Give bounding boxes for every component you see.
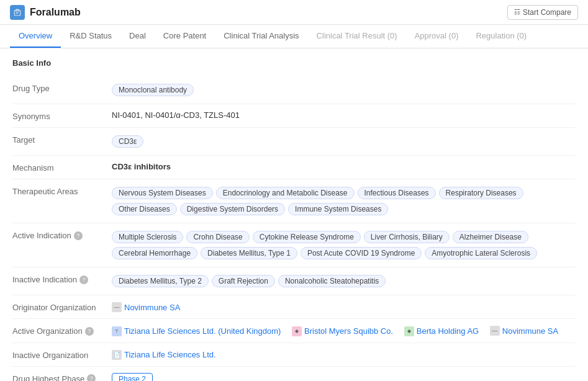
phase-tag: Phase 2 [112, 373, 153, 382]
tag-nervous-system: Nervous System Diseases [112, 187, 213, 199]
start-compare-button[interactable]: ☷ Start Compare [507, 5, 578, 20]
section-title: Basic Info [12, 58, 576, 68]
tag-diabetes-type2: Diabetes Mellitus, Type 2 [112, 275, 209, 287]
tab-rd-status[interactable]: R&D Status [61, 25, 120, 48]
inactive-org-label: Inactive Organization [12, 349, 112, 360]
org-link-tiziana-inactive[interactable]: Tiziana Life Sciences Ltd. [124, 350, 216, 359]
originator-org-row: Originator Organization — Novimmune SA [12, 295, 576, 319]
mechanism-label: Mechanism [12, 162, 112, 173]
originator-org-label: Originator Organization [12, 302, 112, 312]
inactive-org-row: Inactive Organization 📄 Tiziana Life Sci… [12, 343, 576, 367]
tag-alzheimer: Alzheimer Disease [453, 231, 528, 243]
tab-overview[interactable]: Overview [10, 25, 61, 48]
org-link-bms[interactable]: Bristol Myers Squibb Co. [304, 326, 393, 336]
drug-name: Foralumab [30, 7, 81, 18]
drug-type-row: Drug Type Monoclonal antibody [12, 76, 576, 104]
drug-highest-phase-row: Drug Highest Phase ? Phase 2 [12, 367, 576, 382]
synonyms-row: Synonyms NI-0401, NI-0401/α-CD3, TZLS-40… [12, 104, 576, 128]
drug-type-value: Monoclonal antibody [112, 83, 576, 97]
org-link-novimmune[interactable]: Novimmune SA [502, 326, 558, 336]
tab-clinical-trial-analysis[interactable]: Clinical Trial Analysis [215, 25, 307, 48]
synonyms-label: Synonyms [12, 110, 112, 121]
active-indication-tags: Multiple Sclerosis Crohn Disease Cytokin… [112, 230, 576, 261]
org-tiziana-inactive: 📄 Tiziana Life Sciences Ltd. [112, 350, 216, 360]
tab-approval: Approval (0) [406, 25, 468, 48]
tag-immune: Immune System Diseases [288, 203, 388, 215]
drug-highest-phase-label: Drug Highest Phase ? [12, 373, 112, 382]
synonyms-value: NI-0401, NI-0401/α-CD3, TZLS-401 [112, 110, 576, 120]
nav-tabs: Overview R&D Status Deal Core Patent Cli… [0, 25, 588, 48]
org-tiziana-active: T Tiziana Life Sciences Ltd. (United Kin… [112, 326, 281, 336]
org-icon-tiziana-inactive: 📄 [112, 350, 122, 360]
tab-deal[interactable]: Deal [120, 25, 155, 48]
org-bms: ◆ Bristol Myers Squibb Co. [292, 326, 393, 336]
mechanism-row: Mechanism CD3ε inhibitors [12, 156, 576, 179]
target-label: Target [12, 134, 112, 145]
tag-graft-rejection: Graft Rejection [212, 275, 275, 287]
org-icon-bms: ◆ [292, 326, 302, 336]
org-icon-dash: — [112, 302, 122, 312]
drug-icon [10, 5, 25, 20]
active-indication-label: Active Indication ? [12, 230, 112, 240]
compare-icon: ☷ [514, 8, 520, 16]
tag-diabetes-type1: Diabetes Mellitus, Type 1 [201, 247, 297, 259]
active-org-row: Active Organization ? T Tiziana Life Sci… [12, 319, 576, 343]
tag-respiratory: Respiratory Diseases [439, 187, 523, 199]
target-value: CD3ε [112, 134, 576, 149]
tag-multiple-sclerosis: Multiple Sclerosis [112, 231, 183, 243]
active-org-help-icon[interactable]: ? [85, 327, 94, 336]
org-link-berta[interactable]: Berta Holding AG [417, 326, 479, 336]
inactive-indication-row: Inactive Indication ? Diabetes Mellitus,… [12, 267, 576, 295]
active-org-value: T Tiziana Life Sciences Ltd. (United Kin… [112, 325, 576, 336]
drug-type-label: Drug Type [12, 83, 112, 93]
tag-digestive: Digestive System Disorders [180, 203, 285, 215]
tag-cytokine-release: Cytokine Release Syndrome [253, 231, 361, 243]
org-icon-tiziana: T [112, 326, 122, 336]
header: Foralumab ☷ Start Compare [0, 0, 588, 25]
active-org-label: Active Organization ? [12, 325, 112, 336]
content-area: Basic Info Drug Type Monoclonal antibody… [0, 48, 588, 381]
tag-infectious: Infectious Diseases [358, 187, 436, 199]
tab-core-patent[interactable]: Core Patent [155, 25, 215, 48]
active-indication-help-icon[interactable]: ? [74, 231, 83, 240]
inactive-org-value: 📄 Tiziana Life Sciences Ltd. [112, 349, 576, 360]
org-berta: ◆ Berta Holding AG [404, 326, 479, 336]
tag-endocrinology: Endocrinology and Metabolic Disease [216, 187, 355, 199]
target-tag: CD3ε [112, 135, 143, 148]
therapeutic-areas-label: Therapeutic Areas [12, 186, 112, 196]
tag-other-diseases: Other Diseases [112, 203, 177, 215]
start-compare-label: Start Compare [523, 8, 571, 17]
org-icon-novimmune: — [490, 326, 500, 336]
tag-nash: Nonalcoholic Steatohepatitis [278, 275, 386, 287]
tag-cerebral-hemorrhage: Cerebral Hemorrhage [112, 247, 197, 259]
org-novimmune-active: — Novimmune SA [490, 326, 558, 336]
drug-highest-phase-value: Phase 2 [112, 373, 576, 382]
tag-als: Amyotrophic Lateral Sclerosis [425, 247, 537, 259]
tab-regulation: Regulation (0) [467, 25, 535, 48]
org-icon-berta: ◆ [404, 326, 414, 336]
drug-phase-help-icon[interactable]: ? [87, 374, 96, 381]
tag-crohn-disease: Crohn Disease [186, 231, 249, 243]
org-link-novimmune-orig[interactable]: Novimmune SA [124, 303, 180, 312]
target-row: Target CD3ε [12, 128, 576, 156]
inactive-indication-help-icon[interactable]: ? [79, 276, 88, 284]
header-left: Foralumab [10, 5, 81, 20]
org-novimmune-orig: — Novimmune SA [112, 302, 180, 312]
inactive-indication-label: Inactive Indication ? [12, 274, 112, 284]
tab-clinical-trial-result: Clinical Trial Result (0) [308, 25, 406, 48]
mechanism-value: CD3ε inhibitors [112, 162, 576, 171]
active-indication-row: Active Indication ? Multiple Sclerosis C… [12, 223, 576, 267]
drug-type-tag: Monoclonal antibody [112, 84, 194, 96]
tag-post-covid: Post Acute COVID 19 Syndrome [301, 247, 422, 259]
therapeutic-areas-row: Therapeutic Areas Nervous System Disease… [12, 179, 576, 223]
org-link-tiziana[interactable]: Tiziana Life Sciences Ltd. (United Kingd… [124, 326, 281, 336]
originator-org-value: — Novimmune SA [112, 302, 576, 312]
therapeutic-areas-tags: Nervous System Diseases Endocrinology an… [112, 186, 576, 217]
tag-liver-cirrhosis: Liver Cirrhosis, Biliary [364, 231, 450, 243]
inactive-indication-tags: Diabetes Mellitus, Type 2 Graft Rejectio… [112, 274, 576, 289]
